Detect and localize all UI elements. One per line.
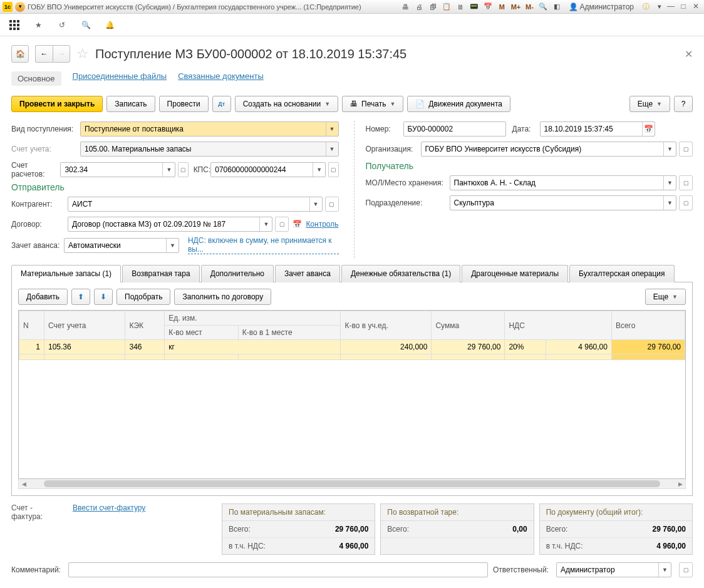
nav-back-button[interactable]: ← <box>35 45 53 63</box>
open-icon[interactable]: ▢ <box>275 217 289 232</box>
calendar-icon[interactable]: 📅 <box>292 220 302 229</box>
fill-by-contract-button[interactable]: Заполнить по договору <box>174 289 271 305</box>
horizontal-scrollbar[interactable]: ◀ ▶ <box>18 479 686 489</box>
vid-input[interactable]: ▼ <box>80 121 339 137</box>
org-input[interactable]: ▼ <box>421 142 677 157</box>
tab-money[interactable]: Денежные обязательства (1) <box>341 265 460 282</box>
grid-more-button[interactable]: Еще▼ <box>645 289 686 305</box>
move-down-button[interactable]: ⬇ <box>94 289 113 305</box>
tab-accounting[interactable]: Бухгалтерская операция <box>569 265 674 282</box>
dropdown-icon[interactable]: ▼ <box>166 239 179 252</box>
scroll-right-icon[interactable]: ▶ <box>675 479 685 488</box>
clipboard-icon[interactable]: 📋 <box>441 1 452 13</box>
responsible-input[interactable]: ▼ <box>556 562 671 577</box>
close-page-icon[interactable]: ✕ <box>685 48 693 60</box>
nomer-input[interactable] <box>403 121 506 137</box>
history-icon[interactable]: ↺ <box>56 19 68 31</box>
memory-mplus-icon[interactable]: M+ <box>510 1 521 13</box>
data-input[interactable]: 📅 <box>540 121 655 137</box>
subtab-files[interactable]: Присоединенные файлы <box>73 71 167 86</box>
print2-icon[interactable]: 🖨 <box>413 1 425 13</box>
post-close-button[interactable]: Провести и закрыть <box>11 96 103 112</box>
help-button[interactable]: ? <box>674 96 693 112</box>
star-icon[interactable]: ★ <box>33 19 44 31</box>
open-icon[interactable]: ▢ <box>679 562 693 577</box>
print-icon[interactable]: 🖶 <box>400 1 411 13</box>
dropdown-icon[interactable]: ▼ <box>259 217 272 231</box>
post-button[interactable]: Провести <box>159 96 209 112</box>
add-row-button[interactable]: Добавить <box>18 289 68 305</box>
col-n[interactable]: N <box>19 311 44 340</box>
kontragent-input[interactable]: ▼ <box>68 197 323 212</box>
col-mest[interactable]: К-во мест <box>165 326 238 340</box>
move-up-button[interactable]: ⬆ <box>71 289 90 305</box>
help-icon[interactable]: ⓘ <box>640 1 651 13</box>
tab-precious[interactable]: Драгоценные материалы <box>462 265 568 282</box>
help-dd-icon[interactable]: ▾ <box>654 1 665 13</box>
pane-icon[interactable]: ◧ <box>551 1 562 13</box>
pick-button[interactable]: Подобрать <box>116 289 170 305</box>
apps-icon[interactable] <box>9 19 20 31</box>
print-button[interactable]: 🖶Печать▼ <box>342 96 403 112</box>
mol-input[interactable]: ▼ <box>450 175 677 190</box>
dropdown-icon[interactable]: ▼ <box>313 163 325 177</box>
grid-scroll[interactable]: N Счет учета КЭК Ед. изм. К-во в уч.ед. … <box>18 310 686 479</box>
dropdown-icon[interactable]: ▼ <box>326 142 338 156</box>
search-icon[interactable]: 🔍 <box>80 19 91 31</box>
maximize-icon[interactable]: □ <box>678 2 689 12</box>
movements-button[interactable]: 📄Движения документа <box>407 96 510 112</box>
open-icon[interactable]: ▢ <box>679 175 693 190</box>
doc-icon[interactable]: 🗎 <box>455 1 466 13</box>
kps-input[interactable]: ▼ <box>210 162 326 177</box>
tab-materials[interactable]: Материальные запасы (1) <box>11 265 121 282</box>
tab-extra[interactable]: Дополнительно <box>201 265 274 282</box>
user-label[interactable]: 👤 Администратор <box>569 3 634 11</box>
minimize-icon[interactable]: — <box>665 2 676 12</box>
tab-tara[interactable]: Возвратная тара <box>122 265 200 282</box>
col-vsego[interactable]: Всего <box>611 311 685 340</box>
dropdown-icon[interactable]: ▼ <box>658 563 671 577</box>
comment-input[interactable] <box>68 562 488 577</box>
open-icon[interactable]: ▢ <box>679 142 693 157</box>
nav-forward-button[interactable]: → <box>53 45 70 63</box>
dropdown-icon[interactable]: ▼ <box>663 142 676 156</box>
bell-icon[interactable]: 🔔 <box>104 19 115 31</box>
col-schet[interactable]: Счет учета <box>44 311 125 340</box>
podr-input[interactable]: ▼ <box>450 195 677 210</box>
dropdown-icon[interactable]: ▼ <box>326 122 338 136</box>
calendar-picker-icon[interactable]: 📅 <box>642 122 655 136</box>
dropdown-icon[interactable]: ▼ <box>309 197 322 211</box>
scrollbar-thumb[interactable] <box>44 480 660 487</box>
table-row[interactable]: 1 105.36 346 кг 240,000 29 760,00 20% 4 … <box>19 340 685 354</box>
col-summa[interactable]: Сумма <box>432 311 505 340</box>
table-row-sub[interactable] <box>19 354 685 360</box>
open-icon[interactable]: ▢ <box>679 195 693 210</box>
calc-icon[interactable]: 📟 <box>468 1 480 13</box>
favorite-star-icon[interactable]: ☆ <box>76 46 89 62</box>
zoom-icon[interactable]: 🔍 <box>537 1 549 13</box>
col-ed[interactable]: Ед. изм. <box>165 311 341 326</box>
save-button[interactable]: Записать <box>106 96 155 112</box>
nds-link[interactable]: НДС: включен в сумму, не принимается к в… <box>188 236 339 254</box>
home-button[interactable]: 🏠 <box>11 45 29 63</box>
create-on-basis-button[interactable]: Создать на основании▼ <box>235 96 338 112</box>
scroll-left-icon[interactable]: ◀ <box>19 479 29 488</box>
memory-mminus-icon[interactable]: M- <box>524 1 535 13</box>
copy-icon[interactable]: 🗐 <box>427 1 438 13</box>
col-kek[interactable]: КЭК <box>125 311 165 340</box>
schet-ucheta-input[interactable]: ▼ <box>80 142 339 157</box>
more-button[interactable]: Еще▼ <box>629 96 670 112</box>
open-icon[interactable]: ▢ <box>328 162 338 177</box>
subtab-linked[interactable]: Связанные документы <box>178 71 264 86</box>
col-v1[interactable]: К-во в 1 месте <box>238 326 341 340</box>
memory-m-icon[interactable]: M <box>496 1 507 13</box>
dtkt-button[interactable]: Дт <box>212 96 231 112</box>
calendar-icon[interactable]: 📅 <box>482 1 494 13</box>
zachet-input[interactable]: ▼ <box>64 238 179 253</box>
kontrol-link[interactable]: Контроль <box>306 220 338 229</box>
tab-avans[interactable]: Зачет аванса <box>275 265 340 282</box>
col-kvo[interactable]: К-во в уч.ед. <box>341 311 432 340</box>
dropdown-icon[interactable]: ▼ <box>663 196 676 210</box>
dogovor-input[interactable]: ▼ <box>68 217 272 232</box>
col-nds[interactable]: НДС <box>505 311 611 340</box>
